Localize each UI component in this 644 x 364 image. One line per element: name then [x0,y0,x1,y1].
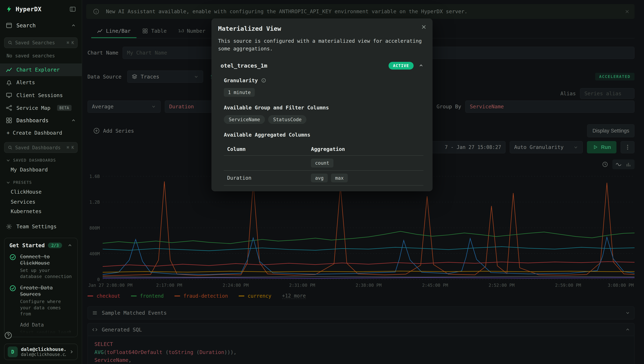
chevron-down-icon [6,158,11,163]
modal-description: This source is configured with a materia… [218,37,426,53]
sidebar-section-dashboards[interactable]: Dashboards [0,114,82,126]
materialized-view-modal: Materialized View This source is configu… [211,18,432,191]
granularity-chip: 1 minute [224,88,255,97]
check-circle-icon [10,254,16,260]
modal-close-icon[interactable] [421,24,427,30]
filter-columns-chips: ServiceNameStatusCode [224,115,423,124]
column-header: Column [224,143,308,156]
sidebar-item-preset-kubernetes[interactable]: Kubernetes [0,207,82,216]
filter-column-chip: StatusCode [268,115,306,124]
chevron-down-icon [6,180,11,185]
get-started-item-add-data[interactable]: Add Data Start sending logs, metrics, or [10,322,73,337]
help-button[interactable] [4,331,12,340]
granularity-label-row: Granularity [224,78,423,84]
source-name: otel_traces_1m [221,62,267,69]
saved-dashboards-box[interactable]: ⌘ K [4,142,78,153]
aggregation-chip: count [311,158,333,167]
sidebar-item-my-dashboard[interactable]: My Dashboard [0,164,82,175]
active-status-badge: ACTIVE [389,62,414,70]
sidebar-item-alerts[interactable]: Alerts [0,76,82,89]
sidebar-item-preset-clickhouse[interactable]: ClickHouse [0,186,82,197]
sidebar-item-preset-services[interactable]: Services [0,197,82,207]
hyperdx-logo-icon [6,6,12,12]
aggregation-header: Aggregation [308,143,423,156]
shortcut-hint: ⌘ K [67,145,74,150]
search-icon [8,40,13,45]
sidebar-nav: Chart Explorer Alerts Client Sessions Se… [0,64,82,233]
sidebar-item-client-sessions[interactable]: Client Sessions [0,89,82,102]
aggregated-columns-table: Column Aggregation countDurationavgmax [224,143,423,186]
saved-dashboards-input[interactable] [15,145,64,150]
app-title: HyperDX [16,6,42,13]
get-started-progress-badge: 2/3 [48,242,62,248]
nodes-icon [6,104,12,111]
get-started-card: Get Started 2/3 Connect to ClickHouse Se… [4,238,78,337]
chevron-up-icon[interactable] [71,118,76,123]
filter-column-chip: ServiceName [224,115,265,124]
saved-dashboards-header[interactable]: SAVED DASHBOARDS [0,153,82,163]
sidebar-section-search[interactable]: Search [0,19,82,32]
search-section-label: Search [17,22,36,28]
info-icon [261,78,266,83]
user-name: dale@clickhouse.… [21,346,66,352]
chevron-up-icon[interactable] [68,243,73,248]
aggregation-chip: avg [311,174,328,182]
aggregated-columns-label: Available Aggregated Columns [224,132,423,138]
aggregation-chip: max [331,174,348,182]
sidebar-item-chart-explorer[interactable]: Chart Explorer [0,64,82,76]
saved-searches-input[interactable] [15,40,64,46]
get-started-item-connect[interactable]: Connect to ClickHouse Set up your databa… [10,254,73,280]
get-started-item-sources[interactable]: Create Data Sources Configure where your… [10,284,73,317]
modal-title: Materialized View [218,25,426,32]
logo-row: HyperDX [0,0,82,16]
chevron-right-icon [69,349,74,354]
chevron-up-icon[interactable] [419,63,424,68]
create-dashboard-button[interactable]: + Create Dashboard [0,126,82,139]
collapse-sidebar-icon[interactable] [70,6,76,12]
source-row[interactable]: otel_traces_1m ACTIVE [218,62,426,70]
shortcut-hint: ⌘ K [67,40,74,45]
filter-columns-label: Available Group and Filter Columns [224,104,423,111]
bell-icon [6,79,12,86]
chart-icon [6,66,12,73]
sidebar-item-service-map[interactable]: Service Map BETA [0,102,82,114]
monitor-icon [6,92,12,98]
gear-icon [6,223,12,230]
avatar: D [8,346,18,357]
hyperdx-app: HyperDX Search ⌘ K No saved searches Cha… [0,0,644,364]
chevron-up-icon[interactable] [71,23,76,28]
no-saved-searches-note: No saved searches [0,48,82,59]
aggregated-columns-table-body: countDurationavgmax [224,156,423,186]
user-menu[interactable]: D dale@clickhouse.… dale@clickhouse.c… [4,344,78,360]
search-icon [8,145,13,150]
aggregated-column-row: count [224,156,423,170]
presets-header[interactable]: PRESETS [0,175,82,185]
search-section-icon [6,22,12,29]
sidebar-item-team-settings[interactable]: Team Settings [0,220,82,233]
arrow-right-icon [67,329,72,334]
saved-searches-box[interactable]: ⌘ K [4,37,78,48]
beta-badge: BETA [57,105,72,111]
source-detail: Granularity 1 minute Available Group and… [218,78,426,186]
user-email: dale@clickhouse.c… [21,352,66,357]
get-started-title: Get Started [10,242,45,248]
sidebar: HyperDX Search ⌘ K No saved searches Cha… [0,0,82,364]
dashboards-grid-icon [6,117,12,124]
check-circle-icon [10,285,16,292]
aggregated-column-row: Durationavgmax [224,170,423,186]
